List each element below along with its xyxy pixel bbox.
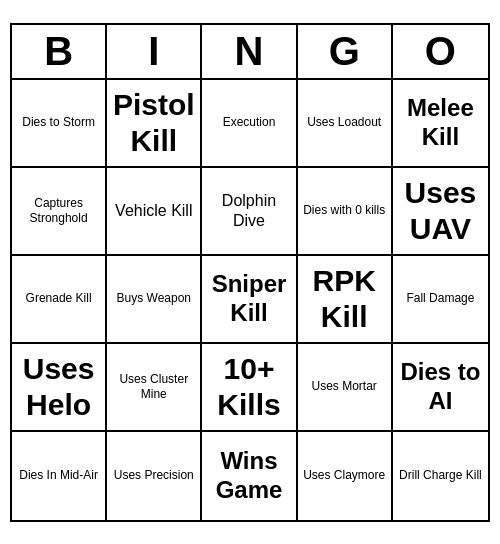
cell-text-9: Uses UAV — [397, 175, 484, 247]
header-letter-N: N — [202, 25, 297, 78]
bingo-cell-17: 10+ Kills — [202, 344, 297, 432]
cell-text-11: Buys Weapon — [117, 291, 192, 305]
bingo-cell-0: Dies to Storm — [12, 80, 107, 168]
bingo-cell-21: Uses Precision — [107, 432, 202, 520]
bingo-cell-12: Sniper Kill — [202, 256, 297, 344]
bingo-cell-10: Grenade Kill — [12, 256, 107, 344]
cell-text-7: Dolphin Dive — [206, 191, 291, 229]
cell-text-4: Melee Kill — [397, 94, 484, 152]
bingo-cell-2: Execution — [202, 80, 297, 168]
cell-text-20: Dies In Mid-Air — [19, 468, 98, 482]
cell-text-24: Drill Charge Kill — [399, 468, 482, 482]
bingo-cell-22: Wins Game — [202, 432, 297, 520]
bingo-cell-3: Uses Loadout — [298, 80, 393, 168]
cell-text-10: Grenade Kill — [26, 291, 92, 305]
bingo-cell-6: Vehicle Kill — [107, 168, 202, 256]
bingo-cell-5: Captures Stronghold — [12, 168, 107, 256]
header-letter-I: I — [107, 25, 202, 78]
cell-text-16: Uses Cluster Mine — [111, 372, 196, 401]
cell-text-22: Wins Game — [206, 447, 291, 505]
bingo-cell-9: Uses UAV — [393, 168, 488, 256]
cell-text-19: Dies to AI — [397, 358, 484, 416]
bingo-cell-15: Uses Helo — [12, 344, 107, 432]
cell-text-12: Sniper Kill — [206, 270, 291, 328]
bingo-cell-8: Dies with 0 kills — [298, 168, 393, 256]
header-letter-O: O — [393, 25, 488, 78]
bingo-header: BINGO — [12, 25, 488, 80]
bingo-cell-1: Pistol Kill — [107, 80, 202, 168]
bingo-cell-18: Uses Mortar — [298, 344, 393, 432]
bingo-cell-24: Drill Charge Kill — [393, 432, 488, 520]
bingo-cell-16: Uses Cluster Mine — [107, 344, 202, 432]
cell-text-5: Captures Stronghold — [16, 196, 101, 225]
bingo-cell-14: Fall Damage — [393, 256, 488, 344]
cell-text-3: Uses Loadout — [307, 115, 381, 129]
bingo-cell-13: RPK Kill — [298, 256, 393, 344]
cell-text-21: Uses Precision — [114, 468, 194, 482]
cell-text-0: Dies to Storm — [22, 115, 95, 129]
cell-text-14: Fall Damage — [406, 291, 474, 305]
bingo-cell-19: Dies to AI — [393, 344, 488, 432]
bingo-grid: Dies to StormPistol KillExecutionUses Lo… — [12, 80, 488, 520]
bingo-card: BINGO Dies to StormPistol KillExecutionU… — [10, 23, 490, 522]
cell-text-13: RPK Kill — [302, 263, 387, 335]
cell-text-8: Dies with 0 kills — [303, 203, 385, 217]
cell-text-2: Execution — [223, 115, 276, 129]
bingo-cell-20: Dies In Mid-Air — [12, 432, 107, 520]
bingo-cell-23: Uses Claymore — [298, 432, 393, 520]
header-letter-B: B — [12, 25, 107, 78]
bingo-cell-7: Dolphin Dive — [202, 168, 297, 256]
cell-text-17: 10+ Kills — [206, 351, 291, 423]
cell-text-1: Pistol Kill — [111, 87, 196, 159]
bingo-cell-11: Buys Weapon — [107, 256, 202, 344]
bingo-cell-4: Melee Kill — [393, 80, 488, 168]
cell-text-18: Uses Mortar — [312, 379, 377, 393]
header-letter-G: G — [298, 25, 393, 78]
cell-text-15: Uses Helo — [16, 351, 101, 423]
cell-text-6: Vehicle Kill — [115, 201, 192, 220]
cell-text-23: Uses Claymore — [303, 468, 385, 482]
